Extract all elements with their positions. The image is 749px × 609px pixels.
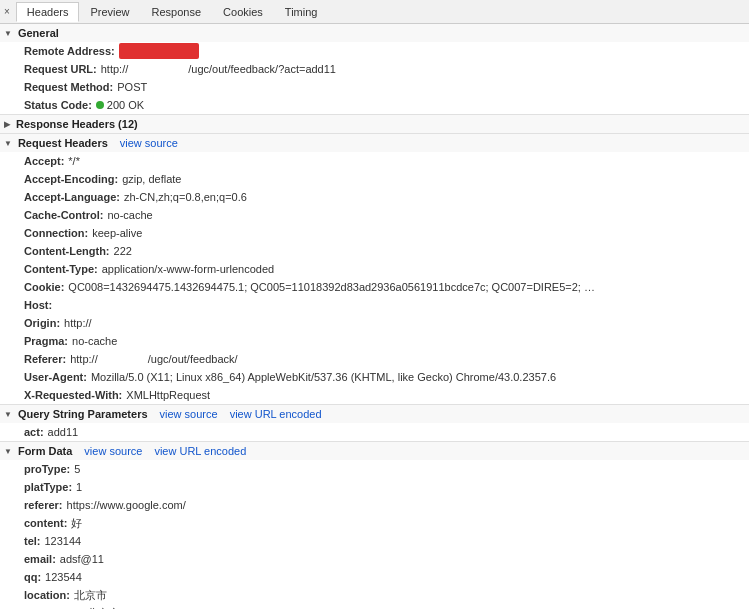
general-header[interactable]: ▼ General bbox=[0, 24, 749, 42]
request-url-value: http:// /ugc/out/feedback/?act=add11 bbox=[101, 61, 336, 77]
field-label: Cache-Control: bbox=[24, 207, 103, 223]
table-row: Accept: */* bbox=[0, 152, 749, 170]
table-row: Connection: keep-alive bbox=[0, 224, 749, 242]
table-row: Accept-Language: zh-CN,zh;q=0.8,en;q=0.6 bbox=[0, 188, 749, 206]
request-url-label: Request URL: bbox=[24, 61, 97, 77]
tab-headers[interactable]: Headers bbox=[16, 2, 80, 22]
field-label: Accept-Language: bbox=[24, 189, 120, 205]
table-row: Pragma: no-cache bbox=[0, 332, 749, 350]
collapse-triangle: ▼ bbox=[4, 29, 12, 38]
query-string-section: ▼ Query String Parameters view source vi… bbox=[0, 405, 749, 442]
view-url-encoded-link[interactable]: view URL encoded bbox=[230, 408, 322, 420]
field-value: no-cache bbox=[72, 333, 117, 349]
field-label: Accept: bbox=[24, 153, 64, 169]
table-row: Cookie: QC008=1432694475.1432694475.1; Q… bbox=[0, 278, 749, 296]
field-label: Pragma: bbox=[24, 333, 68, 349]
view-source-link[interactable]: view source bbox=[84, 445, 142, 457]
query-string-title: Query String Parameters bbox=[18, 408, 148, 420]
field-value: gzip, deflate bbox=[122, 171, 181, 187]
field-value: no-cache bbox=[107, 207, 152, 223]
status-code-value: 200 OK bbox=[96, 97, 144, 113]
field-label: referer: bbox=[24, 497, 63, 513]
query-string-header[interactable]: ▼ Query String Parameters view source vi… bbox=[0, 405, 749, 423]
table-row: referer: https://www.google.com/ bbox=[0, 496, 749, 514]
form-data-section: ▼ Form Data view source view URL encoded… bbox=[0, 442, 749, 609]
field-label: act: bbox=[24, 424, 44, 440]
table-row: ip-location: 北京市 bbox=[0, 604, 749, 609]
table-row: Origin: http:// bbox=[0, 314, 749, 332]
table-row: qq: 123544 bbox=[0, 568, 749, 586]
field-label: proType: bbox=[24, 461, 70, 477]
table-row: X-Requested-With: XMLHttpRequest bbox=[0, 386, 749, 404]
view-source-link[interactable]: view source bbox=[160, 408, 218, 420]
response-headers-title: Response Headers (12) bbox=[16, 118, 138, 130]
request-headers-title: Request Headers bbox=[18, 137, 108, 149]
status-code-label: Status Code: bbox=[24, 97, 92, 113]
request-url-prefix: http:// bbox=[101, 63, 129, 75]
field-value: 123544 bbox=[45, 569, 82, 585]
field-label: tel: bbox=[24, 533, 41, 549]
request-method-row: Request Method: POST bbox=[0, 78, 749, 96]
field-label: Referer: bbox=[24, 351, 66, 367]
form-data-header[interactable]: ▼ Form Data view source view URL encoded bbox=[0, 442, 749, 460]
request-url-row: Request URL: http:// /ugc/out/feedback/?… bbox=[0, 60, 749, 78]
field-label: X-Requested-With: bbox=[24, 387, 122, 403]
close-icon[interactable]: × bbox=[4, 6, 10, 17]
tab-timing[interactable]: Timing bbox=[274, 2, 329, 22]
table-row: email: adsf@11 bbox=[0, 550, 749, 568]
field-label: qq: bbox=[24, 569, 41, 585]
field-value: XMLHttpRequest bbox=[126, 387, 210, 403]
field-label: location: bbox=[24, 587, 70, 603]
field-value: 北京市 bbox=[74, 587, 107, 603]
table-row: Content-Type: application/x-www-form-url… bbox=[0, 260, 749, 278]
remote-address-label: Remote Address: bbox=[24, 43, 115, 59]
field-label: Content-Type: bbox=[24, 261, 98, 277]
response-headers-header[interactable]: ▶ Response Headers (12) bbox=[0, 115, 749, 133]
field-value: add11 bbox=[48, 424, 79, 440]
tab-preview[interactable]: Preview bbox=[79, 2, 140, 22]
table-row: User-Agent: Mozilla/5.0 (X11; Linux x86_… bbox=[0, 368, 749, 386]
request-headers-section: ▼ Request Headers view source Accept: */… bbox=[0, 134, 749, 405]
table-row: tel: 123144 bbox=[0, 532, 749, 550]
field-value: QC008=1432694475.1432694475.1; QC005=110… bbox=[68, 279, 598, 295]
view-source-link[interactable]: view source bbox=[120, 137, 178, 149]
tab-cookies[interactable]: Cookies bbox=[212, 2, 274, 22]
field-label: email: bbox=[24, 551, 56, 567]
table-row: content: 好 bbox=[0, 514, 749, 532]
field-label: Cookie: bbox=[24, 279, 64, 295]
collapse-triangle: ▼ bbox=[4, 139, 12, 148]
field-label: Origin: bbox=[24, 315, 60, 331]
table-row: Cache-Control: no-cache bbox=[0, 206, 749, 224]
tab-bar: × Headers Preview Response Cookies Timin… bbox=[0, 0, 749, 24]
general-section: ▼ General Remote Address: Request URL: h… bbox=[0, 24, 749, 115]
request-method-value: POST bbox=[117, 79, 147, 95]
remote-address-row: Remote Address: bbox=[0, 42, 749, 60]
field-label: User-Agent: bbox=[24, 369, 87, 385]
field-label: ip-location: bbox=[24, 605, 83, 609]
response-headers-section: ▶ Response Headers (12) bbox=[0, 115, 749, 134]
collapse-triangle: ▼ bbox=[4, 447, 12, 456]
field-label: Content-Length: bbox=[24, 243, 110, 259]
field-value: 123144 bbox=[45, 533, 82, 549]
field-value bbox=[56, 297, 116, 313]
field-value: keep-alive bbox=[92, 225, 142, 241]
request-headers-header[interactable]: ▼ Request Headers view source bbox=[0, 134, 749, 152]
general-title: General bbox=[18, 27, 59, 39]
table-row: location: 北京市 bbox=[0, 586, 749, 604]
table-row: Host: bbox=[0, 296, 749, 314]
view-url-encoded-link[interactable]: view URL encoded bbox=[154, 445, 246, 457]
form-data-title: Form Data bbox=[18, 445, 72, 457]
status-dot-icon bbox=[96, 101, 104, 109]
table-row: proType: 5 bbox=[0, 460, 749, 478]
field-value: 好 bbox=[71, 515, 82, 531]
table-row: Referer: http:// /ugc/out/feedback/ bbox=[0, 350, 749, 368]
tab-response[interactable]: Response bbox=[141, 2, 213, 22]
field-label: Connection: bbox=[24, 225, 88, 241]
field-value: Mozilla/5.0 (X11; Linux x86_64) AppleWeb… bbox=[91, 369, 556, 385]
request-method-label: Request Method: bbox=[24, 79, 113, 95]
field-label: content: bbox=[24, 515, 67, 531]
field-value: http:// /ugc/out/feedback/ bbox=[70, 351, 237, 367]
field-value: https://www.google.com/ bbox=[67, 497, 186, 513]
field-value: 5 bbox=[74, 461, 80, 477]
field-value: 1 bbox=[76, 479, 82, 495]
